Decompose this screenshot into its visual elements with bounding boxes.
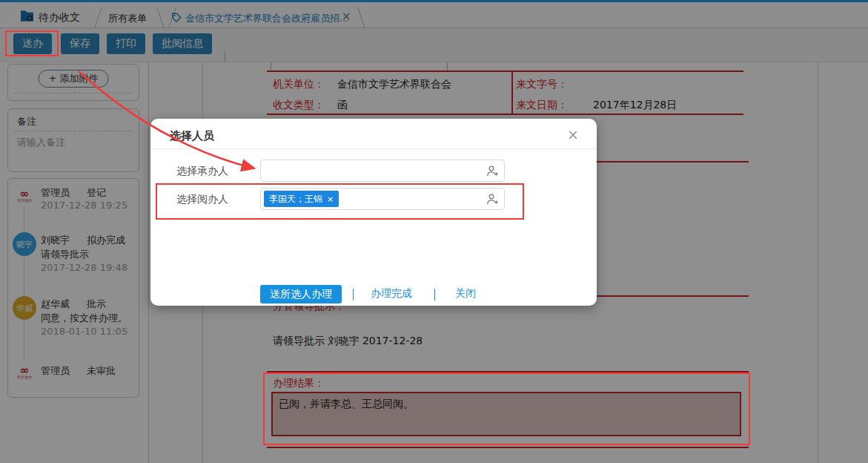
dialog-close-icon[interactable]: ×	[567, 126, 579, 142]
reviewer-input[interactable]: 李国天；王锦 ×	[260, 188, 505, 210]
app-window: 待办收文 所有表单 金信市文学艺术界联合会政府雇员招... × 送办 保存 打印…	[0, 0, 868, 463]
undertaker-input[interactable]	[260, 160, 505, 182]
close-button[interactable]: 关闭	[455, 287, 476, 301]
add-person-icon[interactable]	[486, 165, 499, 180]
separator	[353, 289, 354, 301]
separator	[434, 289, 435, 301]
tag-remove-icon[interactable]: ×	[327, 194, 334, 204]
reviewer-label: 选择阅办人	[176, 193, 228, 206]
select-personnel-dialog: 选择人员 × 选择承办人 选择阅办人 李国天；王锦 ×	[150, 119, 597, 306]
selected-person-tag: 李国天；王锦 ×	[264, 191, 339, 207]
undertaker-label: 选择承办人	[176, 165, 228, 178]
complete-button[interactable]: 办理完成	[371, 287, 412, 301]
add-person-icon[interactable]	[486, 193, 499, 208]
tag-text: 李国天；王锦	[269, 193, 322, 206]
dialog-title: 选择人员	[170, 129, 214, 143]
divider	[150, 148, 597, 149]
send-to-selected-button[interactable]: 送所选人办理	[260, 285, 342, 303]
